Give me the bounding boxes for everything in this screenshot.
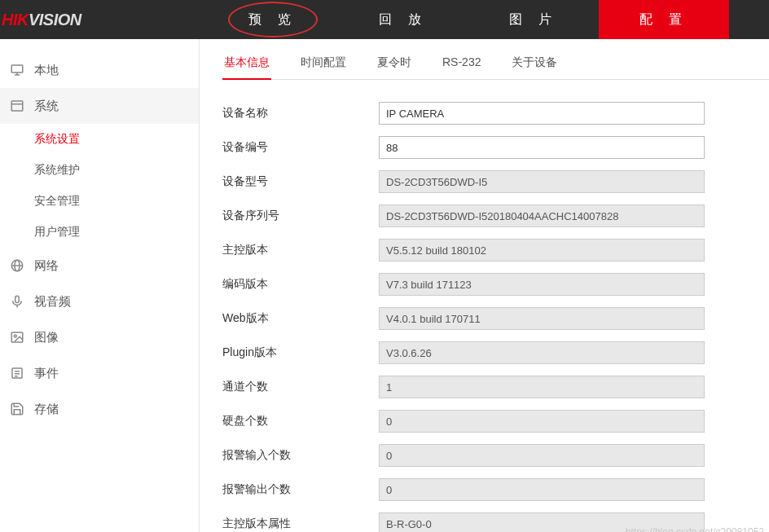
sidebar-item-label: 视音频	[34, 294, 71, 310]
sidebar-sub-security[interactable]: 安全管理	[0, 186, 199, 217]
label-encoding: 编码版本	[222, 277, 379, 292]
sidebar-sub-system-maintain[interactable]: 系统维护	[0, 155, 199, 186]
label-alarm-in: 报警输入个数	[222, 448, 379, 463]
sidebar-item-label: 网络	[34, 258, 59, 274]
sidebar-item-av[interactable]: 视音频	[0, 284, 199, 319]
row-device-name: 设备名称	[222, 96, 769, 130]
label-fw-attr: 主控版本属性	[222, 517, 379, 531]
row-hdd: 硬盘个数	[222, 404, 769, 438]
input-serial	[379, 204, 705, 227]
tab-about[interactable]: 关于设备	[510, 49, 559, 79]
row-encoding: 编码版本	[222, 267, 769, 301]
mic-icon	[10, 294, 24, 309]
tab-label: RS-232	[442, 55, 481, 68]
row-serial: 设备序列号	[222, 199, 769, 233]
row-alarm-in: 报警输入个数	[222, 438, 769, 473]
tab-label: 关于设备	[512, 55, 557, 68]
window-icon	[10, 99, 24, 113]
label-serial: 设备序列号	[222, 209, 379, 223]
nav-preview[interactable]: 预 览	[208, 0, 338, 39]
list-icon	[10, 366, 24, 380]
logo-part-1: HIK	[2, 11, 29, 29]
row-model: 设备型号	[222, 165, 769, 199]
row-web: Web版本	[222, 301, 769, 336]
sidebar-item-label: 系统	[34, 99, 59, 114]
input-alarm-out	[379, 478, 705, 501]
sidebar-item-label: 存储	[34, 402, 59, 417]
label-device-name: 设备名称	[222, 106, 379, 121]
row-device-no: 设备编号	[222, 130, 769, 165]
logo-part-2: VISION	[29, 11, 81, 29]
globe-icon	[10, 258, 24, 273]
input-channels	[379, 376, 705, 398]
nav-preview-label: 预 览	[248, 11, 297, 29]
tab-rs232[interactable]: RS-232	[441, 49, 482, 79]
sidebar-sub-label: 系统设置	[34, 132, 80, 147]
nav-config-label: 配 置	[639, 11, 688, 29]
svg-rect-8	[15, 296, 20, 302]
sidebar-item-network[interactable]: 网络	[0, 248, 199, 284]
label-alarm-out: 报警输出个数	[222, 482, 379, 497]
svg-rect-3	[11, 101, 23, 111]
row-firmware: 主控版本	[222, 233, 769, 267]
nav-picture[interactable]: 图 片	[468, 0, 599, 39]
sidebar-sub-label: 系统维护	[34, 163, 80, 178]
content: 基本信息 时间配置 夏令时 RS-232 关于设备 设备名称 设备编号 设备型号…	[200, 39, 769, 532]
input-alarm-in	[379, 444, 705, 467]
label-plugin: Plugin版本	[222, 345, 379, 360]
sidebar-item-label: 本地	[34, 63, 59, 78]
row-plugin: Plugin版本	[222, 336, 769, 370]
nav-picture-label: 图 片	[509, 11, 558, 29]
label-channels: 通道个数	[222, 380, 379, 394]
label-hdd: 硬盘个数	[222, 414, 379, 429]
nav-playback-label: 回 放	[379, 11, 428, 29]
row-fw-attr: 主控版本属性	[222, 507, 769, 532]
input-hdd	[379, 410, 705, 433]
logo: HIKVISION	[0, 11, 110, 29]
sidebar-item-label: 事件	[34, 366, 59, 381]
svg-point-11	[14, 335, 16, 337]
label-device-no: 设备编号	[222, 140, 379, 155]
sidebar: 本地 系统 系统设置 系统维护 安全管理 用户管理 网络	[0, 39, 200, 532]
label-firmware: 主控版本	[222, 243, 379, 257]
row-alarm-out: 报警输出个数	[222, 473, 769, 507]
input-device-no[interactable]	[379, 136, 705, 159]
input-fw-attr	[379, 512, 705, 532]
sidebar-item-image[interactable]: 图像	[0, 319, 199, 355]
body: 本地 系统 系统设置 系统维护 安全管理 用户管理 网络	[0, 39, 769, 532]
header: HIKVISION 预 览 回 放 图 片 配 置	[0, 0, 769, 39]
sidebar-item-local[interactable]: 本地	[0, 52, 199, 88]
sidebar-item-system[interactable]: 系统	[0, 88, 199, 124]
sidebar-item-label: 图像	[34, 330, 59, 345]
tab-label: 夏令时	[377, 55, 411, 68]
sidebar-sub-user[interactable]: 用户管理	[0, 217, 199, 248]
save-icon	[10, 402, 24, 416]
tab-label: 基本信息	[224, 55, 270, 68]
tab-basic-info[interactable]: 基本信息	[222, 49, 271, 80]
row-channels: 通道个数	[222, 370, 769, 404]
input-model	[379, 170, 705, 193]
tabs: 基本信息 时间配置 夏令时 RS-232 关于设备	[222, 49, 769, 80]
top-nav: 预 览 回 放 图 片 配 置	[110, 0, 769, 39]
sidebar-sub-label: 用户管理	[34, 225, 80, 240]
form: 设备名称 设备编号 设备型号 设备序列号 主控版本 编码版本	[200, 80, 769, 532]
tab-time-config[interactable]: 时间配置	[299, 49, 348, 79]
nav-config[interactable]: 配 置	[599, 0, 729, 39]
input-plugin	[379, 341, 705, 364]
tab-dst[interactable]: 夏令时	[376, 49, 413, 79]
svg-rect-0	[11, 65, 23, 73]
sidebar-sub-label: 安全管理	[34, 194, 80, 209]
sidebar-item-event[interactable]: 事件	[0, 355, 199, 391]
tab-label: 时间配置	[301, 55, 346, 68]
input-encoding	[379, 273, 705, 296]
nav-playback[interactable]: 回 放	[338, 0, 468, 39]
input-firmware	[379, 239, 705, 262]
label-model: 设备型号	[222, 174, 379, 189]
image-icon	[10, 330, 24, 345]
label-web: Web版本	[222, 311, 379, 326]
monitor-icon	[10, 63, 24, 77]
sidebar-sub-system-settings[interactable]: 系统设置	[0, 124, 199, 155]
input-web	[379, 307, 705, 330]
sidebar-item-storage[interactable]: 存储	[0, 391, 199, 427]
input-device-name[interactable]	[379, 102, 705, 125]
